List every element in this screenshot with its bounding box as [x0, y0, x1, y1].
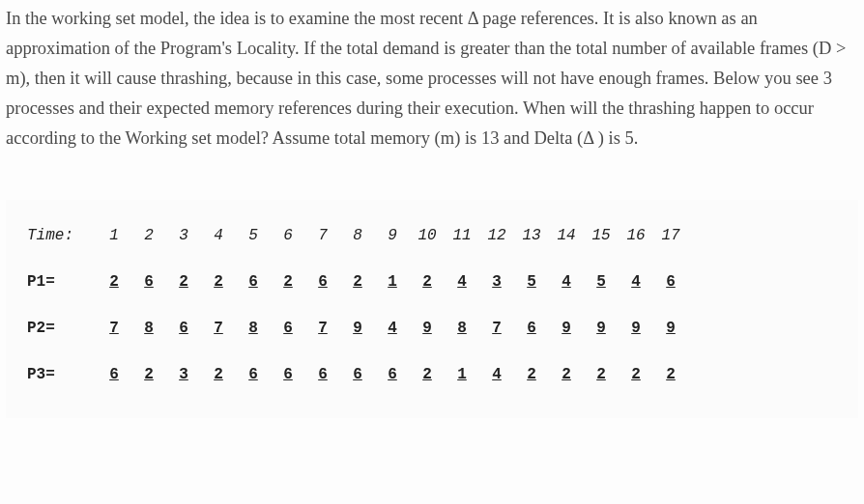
- ref-cell: 7: [479, 320, 514, 337]
- time-label: Time:: [27, 227, 97, 244]
- time-cell: 5: [236, 227, 271, 244]
- ref-cell: 8: [131, 320, 166, 337]
- process-row-p1: P1= 2 6 2 2 6 2 6 2 1 2 4 3 5 4 5 4 6: [27, 273, 837, 291]
- time-cell: 10: [410, 227, 445, 244]
- ref-cell: 2: [653, 366, 688, 383]
- process-row-p3: P3= 6 2 3 2 6 6 6 6 6 2 1 4 2 2 2 2 2: [27, 366, 837, 383]
- ref-cell: 7: [201, 320, 236, 337]
- ref-cell: 4: [549, 273, 584, 291]
- time-cell: 7: [305, 227, 340, 244]
- question-text: In the working set model, the idea is to…: [6, 4, 858, 154]
- ref-cell: 6: [236, 366, 271, 383]
- ref-cell: 2: [619, 366, 653, 383]
- ref-cell: 4: [375, 320, 410, 337]
- process-label: P2=: [27, 320, 97, 337]
- ref-cell: 2: [271, 273, 305, 291]
- ref-cell: 3: [166, 366, 201, 383]
- ref-cell: 9: [410, 320, 445, 337]
- time-cell: 11: [445, 227, 479, 244]
- ref-cell: 2: [340, 273, 375, 291]
- ref-cell: 2: [514, 366, 549, 383]
- time-cell: 16: [619, 227, 653, 244]
- time-header-row: Time: 1 2 3 4 5 6 7 8 9 10 11 12 13 14 1…: [27, 227, 837, 244]
- time-cell: 15: [584, 227, 619, 244]
- ref-cell: 9: [584, 320, 619, 337]
- time-cell: 2: [131, 227, 166, 244]
- time-cell: 4: [201, 227, 236, 244]
- ref-cell: 5: [514, 273, 549, 291]
- time-cell: 9: [375, 227, 410, 244]
- ref-cell: 2: [584, 366, 619, 383]
- ref-cell: 3: [479, 273, 514, 291]
- ref-cell: 6: [340, 366, 375, 383]
- ref-cell: 5: [584, 273, 619, 291]
- ref-cell: 2: [201, 366, 236, 383]
- time-cell: 12: [479, 227, 514, 244]
- ref-cell: 2: [97, 273, 131, 291]
- ref-cell: 4: [479, 366, 514, 383]
- ref-cell: 2: [410, 273, 445, 291]
- time-cell: 13: [514, 227, 549, 244]
- ref-cell: 6: [97, 366, 131, 383]
- time-cell: 6: [271, 227, 305, 244]
- ref-cell: 2: [410, 366, 445, 383]
- time-cell: 3: [166, 227, 201, 244]
- ref-cell: 6: [375, 366, 410, 383]
- ref-cell: 6: [305, 366, 340, 383]
- ref-cell: 2: [549, 366, 584, 383]
- ref-cell: 9: [549, 320, 584, 337]
- ref-cell: 1: [375, 273, 410, 291]
- ref-cell: 6: [305, 273, 340, 291]
- ref-cell: 6: [236, 273, 271, 291]
- ref-cell: 4: [445, 273, 479, 291]
- ref-cell: 6: [514, 320, 549, 337]
- ref-cell: 2: [131, 366, 166, 383]
- ref-cell: 7: [305, 320, 340, 337]
- ref-cell: 9: [653, 320, 688, 337]
- process-label: P3=: [27, 366, 97, 383]
- ref-cell: 6: [271, 366, 305, 383]
- ref-cell: 6: [653, 273, 688, 291]
- ref-cell: 6: [131, 273, 166, 291]
- time-cell: 1: [97, 227, 131, 244]
- ref-cell: 6: [271, 320, 305, 337]
- ref-cell: 2: [166, 273, 201, 291]
- ref-cell: 4: [619, 273, 653, 291]
- ref-cell: 2: [201, 273, 236, 291]
- ref-cell: 8: [445, 320, 479, 337]
- ref-cell: 1: [445, 366, 479, 383]
- ref-cell: 8: [236, 320, 271, 337]
- question-page: In the working set model, the idea is to…: [0, 0, 864, 504]
- ref-cell: 7: [97, 320, 131, 337]
- time-cell: 14: [549, 227, 584, 244]
- ref-cell: 9: [619, 320, 653, 337]
- time-cell: 17: [653, 227, 688, 244]
- ref-cell: 6: [166, 320, 201, 337]
- process-label: P1=: [27, 273, 97, 291]
- process-row-p2: P2= 7 8 6 7 8 6 7 9 4 9 8 7 6 9 9 9 9: [27, 320, 837, 337]
- reference-table: Time: 1 2 3 4 5 6 7 8 9 10 11 12 13 14 1…: [6, 200, 858, 418]
- ref-cell: 9: [340, 320, 375, 337]
- time-cell: 8: [340, 227, 375, 244]
